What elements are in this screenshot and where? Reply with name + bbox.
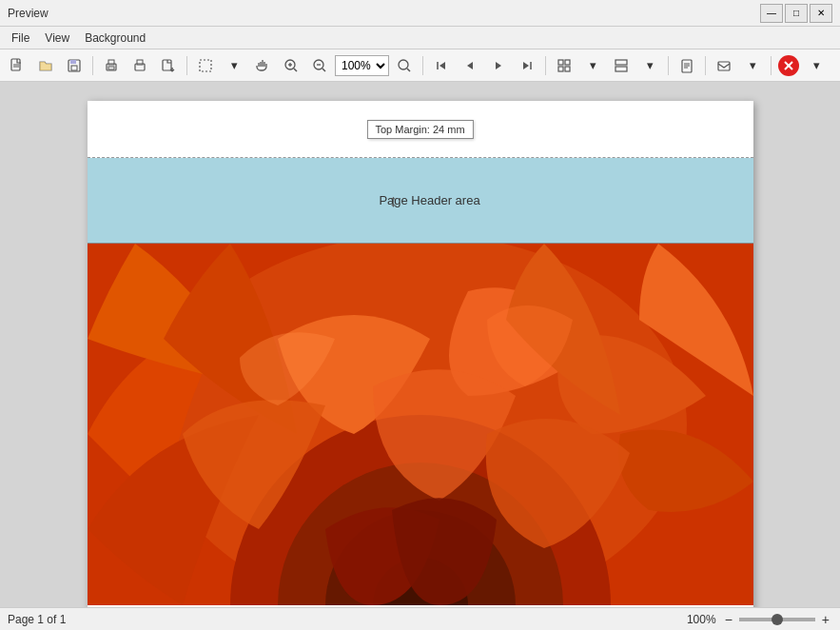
svg-rect-29 bbox=[615, 60, 627, 65]
main-area: Top Margin: 24 mm ↕ Page Header area bbox=[0, 82, 840, 607]
menu-background[interactable]: Background bbox=[77, 30, 153, 47]
toolbar: ▾ 50% 75% 100% 125% 150% ▾ ▾ bbox=[0, 49, 840, 82]
select-dropdown[interactable]: ▾ bbox=[221, 53, 247, 78]
layout2-dropdown[interactable]: ▾ bbox=[636, 53, 663, 78]
select-tool[interactable] bbox=[192, 53, 219, 78]
export-button[interactable] bbox=[155, 53, 182, 78]
svg-rect-30 bbox=[615, 67, 627, 71]
margin-tooltip: Top Margin: 24 mm bbox=[366, 120, 473, 139]
svg-rect-27 bbox=[558, 67, 563, 71]
next-page-button[interactable] bbox=[485, 53, 512, 78]
hand-tool[interactable] bbox=[249, 53, 276, 78]
svg-rect-35 bbox=[718, 62, 730, 70]
zoom-out-button[interactable] bbox=[306, 53, 333, 78]
menu-file[interactable]: File bbox=[4, 30, 37, 47]
page-setup-button[interactable] bbox=[674, 53, 700, 78]
toolbar-sep-1 bbox=[92, 56, 93, 75]
resize-cursor-icon[interactable]: ↕ bbox=[389, 190, 398, 210]
title-bar: Preview — □ ✕ bbox=[0, 0, 840, 27]
svg-rect-4 bbox=[70, 60, 76, 64]
stop-dropdown[interactable]: ▾ bbox=[803, 53, 830, 78]
zoom-in-button[interactable] bbox=[278, 53, 304, 78]
toolbar-sep-3 bbox=[422, 56, 423, 75]
export2-button[interactable] bbox=[711, 53, 737, 78]
svg-line-15 bbox=[294, 69, 297, 71]
page-canvas: Top Margin: 24 mm ↕ Page Header area bbox=[0, 82, 840, 607]
print-button[interactable] bbox=[98, 53, 125, 78]
stop-button[interactable] bbox=[778, 55, 799, 76]
left-margin-area bbox=[59, 101, 88, 607]
layout2-button[interactable] bbox=[608, 53, 635, 78]
top-margin-area: Top Margin: 24 mm bbox=[88, 101, 753, 158]
zoom-thumb bbox=[772, 614, 783, 625]
page-header-section: ↕ Page Header area bbox=[88, 158, 753, 244]
svg-rect-25 bbox=[558, 60, 563, 65]
svg-rect-5 bbox=[71, 66, 77, 70]
flower-svg bbox=[88, 244, 753, 605]
status-bar: Page 1 of 1 100% − + bbox=[0, 607, 840, 630]
print2-button[interactable] bbox=[127, 53, 153, 78]
svg-point-21 bbox=[399, 60, 408, 69]
svg-rect-28 bbox=[565, 67, 570, 71]
menu-bar: File View Background bbox=[0, 27, 840, 49]
layout1-button[interactable] bbox=[551, 53, 577, 78]
zoom-slider[interactable] bbox=[739, 618, 815, 621]
export2-dropdown[interactable]: ▾ bbox=[739, 53, 766, 78]
open-button[interactable] bbox=[32, 53, 59, 78]
zoom-slider-container: − + bbox=[722, 612, 832, 627]
page: Top Margin: 24 mm ↕ Page Header area bbox=[88, 101, 753, 607]
svg-rect-13 bbox=[200, 60, 211, 71]
toolbar-sep-2 bbox=[186, 56, 187, 75]
zoom-magnify-button[interactable] bbox=[391, 53, 418, 78]
svg-rect-26 bbox=[565, 60, 570, 65]
right-margin-area bbox=[753, 101, 782, 607]
page-info: Page 1 of 1 bbox=[8, 613, 66, 626]
zoom-selector[interactable]: 50% 75% 100% 125% 150% bbox=[335, 55, 389, 76]
last-page-button[interactable] bbox=[514, 53, 540, 78]
toolbar-sep-5 bbox=[668, 56, 669, 75]
layout1-dropdown[interactable]: ▾ bbox=[579, 53, 606, 78]
toolbar-sep-6 bbox=[705, 56, 706, 75]
maximize-button[interactable]: □ bbox=[785, 4, 808, 23]
title-bar-text: Preview bbox=[8, 7, 760, 20]
new-button[interactable] bbox=[4, 53, 30, 78]
toolbar-sep-4 bbox=[545, 56, 546, 75]
first-page-button[interactable] bbox=[428, 53, 455, 78]
zoom-minus-button[interactable]: − bbox=[722, 612, 735, 627]
minimize-button[interactable]: — bbox=[760, 4, 783, 23]
status-right: 100% − + bbox=[687, 612, 832, 627]
zoom-select[interactable]: 50% 75% 100% 125% 150% bbox=[335, 55, 389, 76]
page-header-band: ↕ Page Header area bbox=[88, 158, 753, 244]
save-button[interactable] bbox=[61, 53, 88, 78]
zoom-percent-label: 100% bbox=[687, 613, 716, 626]
prev-page-button[interactable] bbox=[457, 53, 483, 78]
title-bar-controls: — □ ✕ bbox=[760, 4, 832, 23]
page-image-area bbox=[88, 244, 753, 605]
toolbar-sep-7 bbox=[771, 56, 772, 75]
close-button[interactable]: ✕ bbox=[810, 4, 832, 23]
svg-line-22 bbox=[407, 69, 410, 71]
svg-rect-8 bbox=[108, 67, 114, 69]
zoom-plus-button[interactable]: + bbox=[819, 612, 832, 627]
svg-line-19 bbox=[322, 69, 325, 71]
menu-view[interactable]: View bbox=[37, 30, 77, 47]
